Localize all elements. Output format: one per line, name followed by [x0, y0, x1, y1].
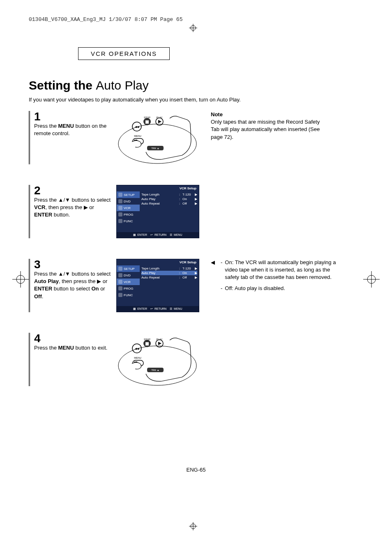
gear-icon	[118, 267, 122, 271]
note-column: Note Only tapes that are missing the Rec…	[211, 111, 326, 164]
section-heading-box: VCR OPERATIONS	[78, 47, 170, 60]
osd-tab-vcr: VCR	[117, 205, 140, 211]
osd-tab-dvd: DVD	[117, 272, 140, 279]
osd-tab-setup: SETUP	[117, 265, 140, 272]
step-2-osd-screenshot: VCR Setup SETUP DVD VCR PROG FUNC Tape L…	[116, 185, 198, 238]
osd-tab-func: FUNC	[117, 218, 140, 224]
osd-menu: VCR Setup SETUP DVD VCR PROG FUNC Tape L…	[116, 185, 199, 238]
step-4-text: 4 Press the MENU button to exit.	[29, 333, 112, 386]
option-on-text: The VCR will automatically begin playing…	[225, 259, 336, 280]
osd-row-auto-play: Auto Play:On▶	[141, 197, 197, 201]
svg-text:STOP: STOP	[144, 338, 150, 341]
osd-row-tape-length: Tape Length:T-120▶	[141, 192, 197, 197]
osd-tab-vcr: VCR	[117, 279, 140, 285]
remote-hand-icon: ◀◀ STOP PLAY MENU TRK ▲	[116, 333, 198, 386]
svg-marker-36	[158, 342, 161, 345]
enter-icon: ▦	[133, 233, 136, 237]
svg-text:◀◀: ◀◀	[135, 125, 139, 128]
pointer-arrow-icon: ◀	[211, 259, 215, 281]
osd-tab-prog: PROG	[117, 211, 140, 218]
note-heading: Note	[211, 111, 326, 118]
osd-tab-dvd: DVD	[117, 198, 140, 205]
return-icon: ↩	[150, 307, 154, 311]
svg-text:PLAY: PLAY	[157, 338, 163, 341]
step-1-number: 1	[34, 111, 112, 122]
svg-text:◀◀: ◀◀	[135, 347, 139, 350]
svg-text:MENU: MENU	[134, 135, 141, 137]
svg-rect-33	[145, 342, 149, 345]
svg-marker-19	[158, 120, 161, 123]
osd-title: VCR Setup	[117, 185, 199, 191]
option-off-text: Auto play is disabled.	[235, 285, 285, 291]
svg-text:STOP: STOP	[144, 116, 150, 119]
title-bold: Setting the	[29, 78, 92, 92]
step-4-remote-illustration: ◀◀ STOP PLAY MENU TRK ▲	[116, 333, 198, 386]
osd-row-auto-repeat: Auto Repeat:Off▶	[141, 201, 197, 206]
svg-point-12	[118, 124, 196, 164]
option-on-label: On:	[225, 259, 233, 265]
tape-icon	[118, 280, 122, 284]
svg-text:MENU: MENU	[134, 357, 141, 359]
osd-main-panel: Tape Length:T-120▶ Auto Play:On▶ Auto Re…	[140, 191, 199, 232]
note-body: Only tapes that are missing the Record S…	[211, 118, 326, 141]
intro-text: If you want your videotapes to play auto…	[29, 97, 363, 103]
tape-icon	[118, 206, 122, 210]
print-header-line: 01304B_V6700_XAA_Eng3_MJ 1/30/07 8:07 PM…	[29, 16, 363, 23]
crop-mark-left-icon	[12, 271, 29, 288]
svg-text:TRK ▲: TRK ▲	[151, 369, 159, 371]
osd-row-auto-play-highlight: Auto Play:On▶	[141, 271, 197, 275]
option-off-label: Off:	[225, 285, 233, 291]
osd-row-auto-repeat: Auto Repeat:Off▶	[141, 275, 197, 280]
enter-icon: ▦	[133, 307, 136, 311]
svg-text:PLAY: PLAY	[157, 116, 163, 119]
crop-mark-right-icon	[363, 271, 380, 288]
osd-menu: VCR Setup SETUP DVD VCR PROG FUNC Tape L…	[116, 259, 199, 312]
options-column: ◀ - On: The VCR will automatically begin…	[211, 259, 338, 312]
step-2-number: 2	[34, 185, 112, 196]
clock-icon	[118, 286, 122, 290]
svg-point-29	[118, 346, 196, 385]
osd-footer: ▦ ENTER ↩ RETURN ☰ MENU	[117, 306, 199, 312]
osd-footer: ▦ ENTER ↩ RETURN ☰ MENU	[117, 232, 199, 238]
page-title: Setting the Auto Play	[29, 78, 363, 92]
func-icon	[118, 293, 122, 297]
osd-tab-func: FUNC	[117, 292, 140, 298]
remote-hand-icon: ◀◀ STOP PLAY MENU TRK ▲	[116, 111, 198, 164]
osd-tab-prog: PROG	[117, 285, 140, 292]
step-1-text: 1 Press the MENU button on the remote co…	[29, 111, 112, 164]
osd-title: VCR Setup	[117, 259, 199, 265]
section-heading-text: VCR OPERATIONS	[91, 50, 157, 57]
osd-sidebar: SETUP DVD VCR PROG FUNC	[117, 265, 140, 306]
gear-icon	[118, 193, 122, 197]
step-3-text: 3 Press the ▲/▼ buttons to select Auto P…	[29, 259, 112, 312]
func-icon	[118, 219, 122, 223]
step-2-text: 2 Press the ▲/▼ buttons to select VCR, t…	[29, 185, 112, 238]
osd-tab-setup: SETUP	[117, 191, 140, 198]
menu-icon: ☰	[170, 307, 173, 311]
registration-mark-top-icon	[189, 24, 197, 32]
svg-rect-16	[145, 120, 149, 124]
disc-icon	[118, 273, 122, 277]
disc-icon	[118, 199, 122, 203]
step-3-number: 3	[34, 259, 112, 270]
menu-icon: ☰	[170, 233, 173, 237]
clock-icon	[118, 212, 122, 216]
osd-main-panel: Tape Length:T-120▶ Auto Play:On▶ Auto Re…	[140, 265, 199, 306]
step-1-remote-illustration: ◀◀ STOP PLAY MENU TRK ▲	[116, 111, 198, 164]
return-icon: ↩	[150, 233, 154, 237]
step-3-osd-screenshot: VCR Setup SETUP DVD VCR PROG FUNC Tape L…	[116, 259, 198, 312]
registration-mark-bottom-icon	[189, 522, 197, 530]
step-4-number: 4	[34, 333, 112, 344]
osd-sidebar: SETUP DVD VCR PROG FUNC	[117, 191, 140, 232]
osd-row-tape-length: Tape Length:T-120▶	[141, 266, 197, 271]
svg-text:TRK ▲: TRK ▲	[151, 147, 159, 150]
page-number: ENG-65	[0, 467, 392, 473]
